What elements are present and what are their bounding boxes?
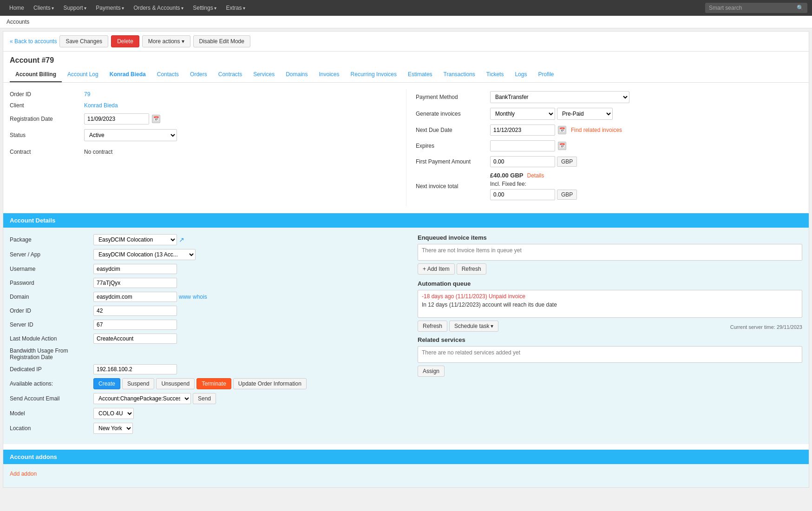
username-input[interactable] xyxy=(93,264,177,274)
first-payment-currency: GBP xyxy=(557,157,577,167)
next-due-calendar-icon[interactable]: 📅 xyxy=(558,126,566,134)
send-email-button[interactable]: Send xyxy=(193,393,216,404)
enqueued-refresh-button[interactable]: Refresh xyxy=(457,263,486,275)
status-row: Status Active Inactive Suspended Termina… xyxy=(10,129,406,141)
location-row: Location New York London Paris xyxy=(10,423,404,434)
tab-invoices[interactable]: Invoices xyxy=(314,67,345,82)
last-module-input[interactable] xyxy=(93,334,177,344)
update-order-button[interactable]: Update Order Information xyxy=(233,378,307,389)
dropdown-arrow-icon: ▾ xyxy=(182,38,184,45)
tab-konrad-bieda[interactable]: Konrad Bieda xyxy=(104,67,151,82)
expires-input[interactable] xyxy=(490,140,555,151)
detail-order-id-input[interactable] xyxy=(93,306,177,316)
delete-button[interactable]: Delete xyxy=(111,35,139,47)
more-actions-button[interactable]: More actions ▾ xyxy=(142,35,190,47)
assign-button[interactable]: Assign xyxy=(418,366,445,377)
tab-services[interactable]: Services xyxy=(248,67,280,82)
tab-profile[interactable]: Profile xyxy=(532,67,559,82)
registration-date-row: Registration Date 📅 xyxy=(10,113,406,124)
model-row: Model COLO 4U COLO 1U COLO 2U xyxy=(10,408,404,419)
tab-account-billing[interactable]: Account Billing xyxy=(10,67,62,82)
next-due-date-row: Next Due Date 📅 Find related invoices xyxy=(416,124,802,136)
schedule-task-button[interactable]: Schedule task ▾ xyxy=(449,321,498,332)
generate-invoices-select[interactable]: Monthly Weekly Yearly xyxy=(490,108,555,120)
tab-transactions[interactable]: Transactions xyxy=(438,67,481,82)
account-details-header: Account Details xyxy=(3,213,809,228)
details-right-panel: Enqueued invoice items There are not Inv… xyxy=(408,234,802,438)
nav-orders-accounts[interactable]: Orders & Accounts xyxy=(129,0,188,16)
add-item-button[interactable]: + Add Item xyxy=(418,263,455,275)
nav-settings[interactable]: Settings xyxy=(188,0,221,16)
nav-extras[interactable]: Extras xyxy=(221,0,250,16)
www-link[interactable]: www xyxy=(179,294,191,300)
save-changes-button[interactable]: Save Changes xyxy=(59,35,108,47)
tab-orders[interactable]: Orders xyxy=(184,67,213,82)
first-payment-input[interactable] xyxy=(490,156,555,167)
tab-tickets[interactable]: Tickets xyxy=(481,67,510,82)
tab-contacts[interactable]: Contacts xyxy=(151,67,184,82)
package-select[interactable]: EasyDCIM Colocation xyxy=(93,234,177,245)
password-input[interactable] xyxy=(93,278,177,288)
fixed-fee-currency: GBP xyxy=(557,190,577,200)
incl-label: Incl. Fixed fee: xyxy=(490,181,526,187)
tab-contracts[interactable]: Contracts xyxy=(213,67,248,82)
account-details-body: Package EasyDCIM Colocation ↗ Server / A… xyxy=(3,228,809,444)
search-input[interactable] xyxy=(705,3,807,13)
location-select[interactable]: New York London Paris xyxy=(93,423,133,434)
client-link[interactable]: Konrad Bieda xyxy=(84,102,118,109)
payment-method-select[interactable]: BankTransfer Credit Card PayPal xyxy=(490,91,629,103)
server-app-select[interactable]: EasyDCIM Colocation (13 Acc... xyxy=(93,249,196,260)
tab-logs[interactable]: Logs xyxy=(509,67,532,82)
invoice-type-select[interactable]: Pre-Paid Post-Paid xyxy=(557,108,613,120)
expires-calendar-icon[interactable]: 📅 xyxy=(558,142,566,150)
bandwidth-row: Bandwidth Usage From Registration Date xyxy=(10,347,404,360)
top-navigation: Home Clients Support Payments Orders & A… xyxy=(0,0,812,16)
breadcrumb: Accounts xyxy=(0,16,812,28)
find-related-invoices-link[interactable]: Find related invoices xyxy=(571,127,622,133)
dedicated-ip-row: Dedicated IP xyxy=(10,364,404,374)
dedicated-ip-input[interactable] xyxy=(93,364,177,374)
nav-clients[interactable]: Clients xyxy=(29,0,59,16)
fixed-fee-input[interactable] xyxy=(490,189,555,200)
nav-support[interactable]: Support xyxy=(59,0,91,16)
package-external-link-icon[interactable]: ↗ xyxy=(179,236,184,243)
related-services-box: There are no related services added yet xyxy=(418,346,802,363)
automation-title: Automation queue xyxy=(418,280,802,287)
unsuspend-button[interactable]: Unsuspend xyxy=(156,378,195,389)
nav-payments[interactable]: Payments xyxy=(91,0,129,16)
last-module-row: Last Module Action xyxy=(10,334,404,344)
package-row: Package EasyDCIM Colocation ↗ xyxy=(10,234,404,245)
create-button[interactable]: Create xyxy=(93,378,120,389)
account-title: Account #79 xyxy=(3,52,809,67)
automation-error: -18 days ago (11/11/2023) Unpaid invoice xyxy=(422,293,798,300)
schedule-dropdown-icon: ▾ xyxy=(491,323,493,329)
server-time: Current server time: 29/11/2023 xyxy=(730,324,802,330)
registration-calendar-icon[interactable]: 📅 xyxy=(152,115,160,123)
tab-account-log[interactable]: Account Log xyxy=(62,67,104,82)
nav-home[interactable]: Home xyxy=(5,0,29,16)
enqueued-title: Enqueued invoice items xyxy=(418,234,802,241)
back-to-accounts-link[interactable]: « Back to accounts xyxy=(10,38,57,45)
model-select[interactable]: COLO 4U COLO 1U COLO 2U xyxy=(93,408,134,419)
add-addon-link[interactable]: Add addon xyxy=(10,471,37,477)
status-select[interactable]: Active Inactive Suspended Terminated xyxy=(84,129,177,141)
automation-refresh-button[interactable]: Refresh xyxy=(418,321,447,332)
suspend-button[interactable]: Suspend xyxy=(122,378,154,389)
domain-input[interactable] xyxy=(93,292,177,302)
related-services-title: Related services xyxy=(418,336,802,343)
email-template-select[interactable]: Account:ChangePackage:Success xyxy=(93,393,191,404)
next-invoice-details-link[interactable]: Details xyxy=(527,172,544,179)
automation-info: In 12 days (11/12/2023) account will rea… xyxy=(422,301,798,308)
next-due-date-input[interactable] xyxy=(490,124,555,136)
tab-estimates[interactable]: Estimates xyxy=(402,67,438,82)
server-id-input[interactable] xyxy=(93,320,177,330)
tab-recurring-invoices[interactable]: Recurring Invoices xyxy=(345,67,402,82)
tab-domains[interactable]: Domains xyxy=(280,67,313,82)
whois-link[interactable]: whois xyxy=(193,294,207,300)
registration-date-input[interactable] xyxy=(84,113,149,124)
order-id-link[interactable]: 79 xyxy=(84,91,90,98)
search-box: 🔍 xyxy=(705,3,807,13)
disable-edit-button[interactable]: Disable Edit Mode xyxy=(193,35,250,47)
toolbar: « Back to accounts Save Changes Delete M… xyxy=(3,32,809,52)
terminate-button[interactable]: Terminate xyxy=(196,378,231,389)
